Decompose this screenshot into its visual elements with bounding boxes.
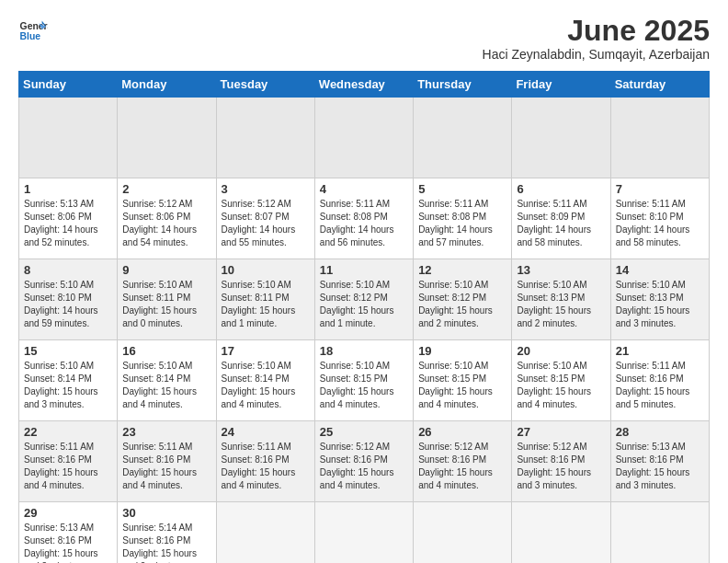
table-row: 12Sunrise: 5:10 AMSunset: 8:12 PMDayligh…	[414, 259, 512, 340]
svg-text:Blue: Blue	[20, 31, 41, 41]
day-number: 5	[418, 182, 506, 196]
cell-content: Sunrise: 5:11 AMSunset: 8:16 PMDaylight:…	[222, 441, 310, 492]
table-row	[216, 502, 314, 563]
calendar-week-row: 22Sunrise: 5:11 AMSunset: 8:16 PMDayligh…	[19, 421, 710, 502]
table-row	[610, 98, 709, 178]
table-row	[118, 98, 216, 178]
day-number: 28	[616, 425, 704, 439]
cell-content: Sunrise: 5:11 AMSunset: 8:10 PMDaylight:…	[616, 198, 704, 249]
table-row: 30Sunrise: 5:14 AMSunset: 8:16 PMDayligh…	[118, 502, 216, 563]
day-number: 16	[122, 344, 210, 358]
table-row: 20Sunrise: 5:10 AMSunset: 8:15 PMDayligh…	[512, 340, 610, 421]
table-row: 14Sunrise: 5:10 AMSunset: 8:13 PMDayligh…	[610, 259, 709, 340]
header-tuesday: Tuesday	[216, 72, 314, 98]
logo-icon: General Blue	[18, 15, 48, 44]
cell-content: Sunrise: 5:11 AMSunset: 8:08 PMDaylight:…	[320, 198, 408, 249]
day-number: 8	[24, 263, 112, 277]
table-row: 2Sunrise: 5:12 AMSunset: 8:06 PMDaylight…	[118, 178, 216, 259]
day-number: 29	[24, 506, 112, 520]
cell-content: Sunrise: 5:10 AMSunset: 8:15 PMDaylight:…	[320, 360, 408, 411]
header-sunday: Sunday	[19, 72, 118, 98]
day-number: 30	[122, 506, 210, 520]
cell-content: Sunrise: 5:11 AMSunset: 8:09 PMDaylight:…	[517, 198, 605, 249]
day-number: 3	[222, 182, 310, 196]
table-row	[19, 98, 118, 178]
table-row: 8Sunrise: 5:10 AMSunset: 8:10 PMDaylight…	[19, 259, 118, 340]
cell-content: Sunrise: 5:10 AMSunset: 8:14 PMDaylight:…	[24, 360, 112, 411]
calendar-week-row: 15Sunrise: 5:10 AMSunset: 8:14 PMDayligh…	[19, 340, 710, 421]
header-monday: Monday	[118, 72, 216, 98]
cell-content: Sunrise: 5:11 AMSunset: 8:16 PMDaylight:…	[24, 441, 112, 492]
table-row: 28Sunrise: 5:13 AMSunset: 8:16 PMDayligh…	[610, 421, 709, 502]
cell-content: Sunrise: 5:13 AMSunset: 8:16 PMDaylight:…	[616, 441, 704, 492]
table-row: 27Sunrise: 5:12 AMSunset: 8:16 PMDayligh…	[512, 421, 610, 502]
header-saturday: Saturday	[610, 72, 709, 98]
header-thursday: Thursday	[414, 72, 512, 98]
table-row: 29Sunrise: 5:13 AMSunset: 8:16 PMDayligh…	[19, 502, 118, 563]
day-number: 24	[222, 425, 310, 439]
table-row: 22Sunrise: 5:11 AMSunset: 8:16 PMDayligh…	[19, 421, 118, 502]
table-row: 9Sunrise: 5:10 AMSunset: 8:11 PMDaylight…	[118, 259, 216, 340]
month-title: June 2025	[483, 15, 710, 47]
header-wednesday: Wednesday	[314, 72, 413, 98]
day-number: 1	[24, 182, 112, 196]
calendar-week-row	[19, 98, 710, 178]
table-row	[610, 502, 709, 563]
cell-content: Sunrise: 5:12 AMSunset: 8:16 PMDaylight:…	[320, 441, 408, 492]
table-row: 15Sunrise: 5:10 AMSunset: 8:14 PMDayligh…	[19, 340, 118, 421]
day-number: 23	[122, 425, 210, 439]
day-number: 15	[24, 344, 112, 358]
cell-content: Sunrise: 5:10 AMSunset: 8:13 PMDaylight:…	[616, 279, 704, 330]
cell-content: Sunrise: 5:10 AMSunset: 8:10 PMDaylight:…	[24, 279, 112, 330]
day-number: 17	[222, 344, 310, 358]
cell-content: Sunrise: 5:10 AMSunset: 8:12 PMDaylight:…	[418, 279, 506, 330]
cell-content: Sunrise: 5:11 AMSunset: 8:16 PMDaylight:…	[122, 441, 210, 492]
cell-content: Sunrise: 5:10 AMSunset: 8:12 PMDaylight:…	[320, 279, 408, 330]
cell-content: Sunrise: 5:10 AMSunset: 8:11 PMDaylight:…	[222, 279, 310, 330]
table-row: 3Sunrise: 5:12 AMSunset: 8:07 PMDaylight…	[216, 178, 314, 259]
day-number: 27	[517, 425, 605, 439]
table-row	[414, 98, 512, 178]
calendar-week-row: 1Sunrise: 5:13 AMSunset: 8:06 PMDaylight…	[19, 178, 710, 259]
table-row: 11Sunrise: 5:10 AMSunset: 8:12 PMDayligh…	[314, 259, 413, 340]
day-number: 10	[222, 263, 310, 277]
cell-content: Sunrise: 5:12 AMSunset: 8:16 PMDaylight:…	[418, 441, 506, 492]
title-block: June 2025 Haci Zeynalabdin, Sumqayit, Az…	[483, 15, 710, 62]
table-row: 18Sunrise: 5:10 AMSunset: 8:15 PMDayligh…	[314, 340, 413, 421]
cell-content: Sunrise: 5:10 AMSunset: 8:15 PMDaylight:…	[517, 360, 605, 411]
day-number: 25	[320, 425, 408, 439]
cell-content: Sunrise: 5:10 AMSunset: 8:15 PMDaylight:…	[418, 360, 506, 411]
day-number: 22	[24, 425, 112, 439]
table-row: 5Sunrise: 5:11 AMSunset: 8:08 PMDaylight…	[414, 178, 512, 259]
day-number: 9	[122, 263, 210, 277]
cell-content: Sunrise: 5:11 AMSunset: 8:16 PMDaylight:…	[616, 360, 704, 411]
table-row: 10Sunrise: 5:10 AMSunset: 8:11 PMDayligh…	[216, 259, 314, 340]
header-friday: Friday	[512, 72, 610, 98]
day-number: 12	[418, 263, 506, 277]
cell-content: Sunrise: 5:13 AMSunset: 8:16 PMDaylight:…	[24, 522, 112, 563]
day-number: 19	[418, 344, 506, 358]
calendar-table: Sunday Monday Tuesday Wednesday Thursday…	[18, 71, 710, 563]
table-row: 6Sunrise: 5:11 AMSunset: 8:09 PMDaylight…	[512, 178, 610, 259]
logo: General Blue	[18, 15, 48, 44]
cell-content: Sunrise: 5:14 AMSunset: 8:16 PMDaylight:…	[122, 522, 210, 563]
table-row: 17Sunrise: 5:10 AMSunset: 8:14 PMDayligh…	[216, 340, 314, 421]
day-number: 4	[320, 182, 408, 196]
day-number: 18	[320, 344, 408, 358]
day-number: 6	[517, 182, 605, 196]
day-number: 20	[517, 344, 605, 358]
day-number: 2	[122, 182, 210, 196]
day-number: 14	[616, 263, 704, 277]
cell-content: Sunrise: 5:10 AMSunset: 8:14 PMDaylight:…	[122, 360, 210, 411]
table-row: 1Sunrise: 5:13 AMSunset: 8:06 PMDaylight…	[19, 178, 118, 259]
table-row: 24Sunrise: 5:11 AMSunset: 8:16 PMDayligh…	[216, 421, 314, 502]
page-header: General Blue June 2025 Haci Zeynalabdin,…	[18, 15, 710, 62]
table-row	[414, 502, 512, 563]
day-number: 13	[517, 263, 605, 277]
table-row	[512, 502, 610, 563]
cell-content: Sunrise: 5:12 AMSunset: 8:06 PMDaylight:…	[122, 198, 210, 249]
cell-content: Sunrise: 5:10 AMSunset: 8:13 PMDaylight:…	[517, 279, 605, 330]
table-row: 19Sunrise: 5:10 AMSunset: 8:15 PMDayligh…	[414, 340, 512, 421]
table-row	[512, 98, 610, 178]
location: Haci Zeynalabdin, Sumqayit, Azerbaijan	[483, 47, 710, 62]
